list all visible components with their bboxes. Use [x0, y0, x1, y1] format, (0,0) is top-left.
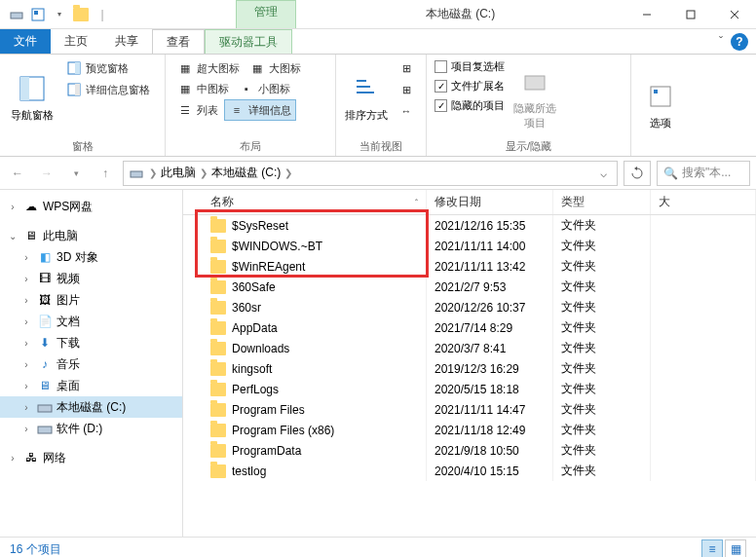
- table-row[interactable]: Program Files2021/11/11 14:47文件夹: [183, 399, 756, 420]
- tree-this-pc[interactable]: ⌄🖥此电脑: [0, 225, 182, 246]
- sort-by-button[interactable]: 排序方式: [344, 58, 389, 137]
- tree-drive-d[interactable]: ›软件 (D:): [0, 418, 182, 439]
- tree-network[interactable]: ›🖧网络: [0, 447, 182, 468]
- table-row[interactable]: AppData2021/7/14 8:29文件夹: [183, 317, 756, 338]
- column-name[interactable]: 名称ˆ: [183, 190, 427, 214]
- details-pane-button[interactable]: 详细信息窗格: [62, 80, 154, 99]
- group-by-button[interactable]: ⊞: [395, 58, 418, 78]
- address-dropdown-icon[interactable]: ⌵: [593, 167, 613, 180]
- table-row[interactable]: 360Safe2021/2/7 9:53文件夹: [183, 277, 756, 297]
- column-size[interactable]: 大: [651, 190, 756, 214]
- folder-icon: [210, 280, 226, 294]
- file-list[interactable]: $SysReset2021/12/16 15:35文件夹$WINDOWS.~BT…: [183, 215, 756, 537]
- minimize-button[interactable]: [624, 0, 668, 29]
- tree-desktop[interactable]: ›🖥桌面: [0, 375, 182, 396]
- tree-downloads[interactable]: ›⬇下载: [0, 332, 182, 353]
- table-row[interactable]: 360sr2020/12/26 10:37文件夹: [183, 297, 756, 317]
- table-row[interactable]: Program Files (x86)2021/11/18 12:49文件夹: [183, 420, 756, 440]
- file-date: 2020/5/15 18:18: [427, 379, 553, 399]
- extra-large-icons-button[interactable]: ▦超大图标: [173, 58, 244, 78]
- file-name: AppData: [232, 321, 278, 335]
- tree-wps[interactable]: ›☁WPS网盘: [0, 196, 182, 217]
- drive-icon: [37, 399, 53, 415]
- size-columns-button[interactable]: ↔: [395, 101, 418, 121]
- tree-videos[interactable]: ›🎞视频: [0, 268, 182, 289]
- chevron-right-icon[interactable]: ❯: [200, 167, 208, 178]
- tree-music[interactable]: ›♪音乐: [0, 353, 182, 375]
- svg-rect-19: [131, 171, 142, 177]
- column-type[interactable]: 类型: [553, 190, 651, 214]
- tab-share[interactable]: 共享: [101, 29, 152, 54]
- address-bar[interactable]: ❯ 此电脑 ❯ 本地磁盘 (C:) ❯ ⌵: [123, 161, 618, 186]
- sort-indicator-icon: ˆ: [415, 198, 418, 207]
- table-row[interactable]: kingsoft2019/12/3 16:29文件夹: [183, 358, 756, 379]
- column-headers[interactable]: 名称ˆ 修改日期 类型 大: [183, 190, 756, 215]
- list-view-button[interactable]: ☰列表: [173, 99, 222, 121]
- medium-icons-button[interactable]: ▦中图标: [173, 79, 233, 98]
- file-date: 2021/11/11 13:42: [427, 256, 553, 277]
- table-row[interactable]: ProgramData2021/9/18 10:50文件夹: [183, 440, 756, 461]
- navigation-pane-button[interactable]: 导航窗格: [8, 58, 57, 137]
- up-button[interactable]: ↑: [94, 162, 117, 185]
- folder-icon: [210, 342, 226, 355]
- chevron-right-icon[interactable]: ❯: [149, 167, 157, 178]
- file-name: Program Files (x86): [232, 424, 334, 437]
- tab-view[interactable]: 查看: [152, 29, 205, 54]
- file-extensions-toggle[interactable]: ✓文件扩展名: [435, 78, 505, 94]
- preview-pane-button[interactable]: 预览窗格: [62, 58, 154, 78]
- svg-rect-2: [34, 11, 38, 15]
- window-title: 本地磁盘 (C:): [296, 0, 624, 28]
- collapse-ribbon-icon[interactable]: ˇ: [719, 35, 723, 49]
- options-button[interactable]: 选项: [639, 58, 682, 152]
- file-name: $SysReset: [232, 219, 288, 233]
- forward-button[interactable]: →: [35, 162, 58, 185]
- tree-3d-objects[interactable]: ›◧3D 对象: [0, 246, 182, 268]
- small-icons-button[interactable]: ▪小图标: [235, 79, 294, 98]
- help-icon[interactable]: ?: [731, 33, 748, 51]
- back-button[interactable]: ←: [6, 162, 29, 185]
- chevron-right-icon[interactable]: ❯: [284, 167, 292, 178]
- hide-selected-button[interactable]: 隐藏所选项目: [510, 58, 559, 137]
- breadcrumb-drive[interactable]: 本地磁盘 (C:): [211, 165, 281, 181]
- drive-icon: [128, 165, 145, 182]
- svg-rect-18: [654, 90, 658, 93]
- maximize-button[interactable]: [668, 0, 712, 29]
- svg-rect-21: [38, 427, 52, 433]
- item-checkboxes-toggle[interactable]: 项目复选框: [435, 58, 505, 75]
- svg-rect-0: [11, 13, 22, 19]
- table-row[interactable]: $WinREAgent2021/11/11 13:42文件夹: [183, 256, 756, 277]
- tree-pictures[interactable]: ›🖼图片: [0, 289, 182, 311]
- hidden-items-toggle[interactable]: ✓隐藏的项目: [435, 97, 505, 114]
- table-row[interactable]: Downloads2020/3/7 8:41文件夹: [183, 338, 756, 358]
- folder-icon: [210, 219, 226, 233]
- tree-drive-c[interactable]: ›本地磁盘 (C:): [0, 396, 182, 418]
- refresh-button[interactable]: [624, 161, 651, 186]
- table-row[interactable]: PerfLogs2020/5/15 18:18文件夹: [183, 379, 756, 399]
- details-view-button[interactable]: ≡详细信息: [224, 99, 296, 121]
- tab-home[interactable]: 主页: [51, 29, 101, 54]
- folder-icon: [210, 403, 226, 417]
- network-icon: 🖧: [23, 450, 39, 465]
- qat-dropdown-icon[interactable]: ▾: [51, 6, 68, 23]
- add-columns-button[interactable]: ⊞: [395, 80, 418, 99]
- breadcrumb-this-pc[interactable]: 此电脑: [161, 165, 196, 181]
- search-input[interactable]: 🔍 搜索"本...: [657, 161, 750, 186]
- close-button[interactable]: [712, 0, 756, 29]
- svg-rect-10: [75, 62, 80, 74]
- thumbnails-view-toggle[interactable]: ▦: [725, 539, 746, 557]
- navigation-tree[interactable]: ›☁WPS网盘 ⌄🖥此电脑 ›◧3D 对象 ›🎞视频 ›🖼图片 ›📄文档 ›⬇下…: [0, 190, 183, 537]
- column-date[interactable]: 修改日期: [427, 190, 553, 214]
- recent-locations-button[interactable]: ▾: [64, 162, 88, 185]
- table-row[interactable]: $WINDOWS.~BT2021/11/11 14:00文件夹: [183, 236, 756, 256]
- table-row[interactable]: testlog2020/4/10 15:15文件夹: [183, 461, 756, 481]
- file-type: 文件夹: [553, 236, 651, 256]
- properties-icon[interactable]: [29, 6, 47, 23]
- table-row[interactable]: $SysReset2021/12/16 15:35文件夹: [183, 215, 756, 236]
- tree-documents[interactable]: ›📄文档: [0, 311, 182, 332]
- details-view-toggle[interactable]: ≡: [701, 539, 723, 557]
- file-type: 文件夹: [553, 461, 651, 481]
- large-icons-button[interactable]: ▦大图标: [246, 58, 305, 78]
- tab-drive-tools[interactable]: 驱动器工具: [205, 29, 292, 54]
- file-name: ProgramData: [232, 444, 301, 458]
- tab-file[interactable]: 文件: [0, 29, 51, 54]
